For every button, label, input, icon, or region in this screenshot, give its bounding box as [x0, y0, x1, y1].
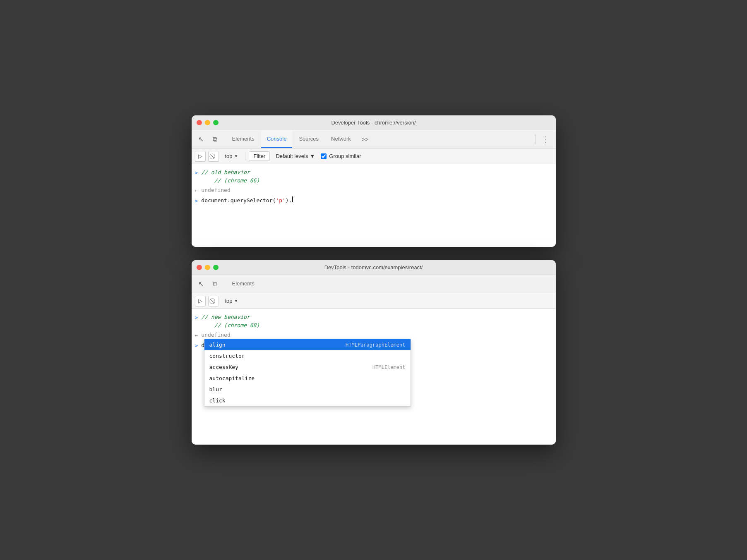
layers-icon: ⧉ — [213, 136, 217, 143]
autocomplete-item-constructor[interactable]: constructor — [204, 350, 411, 361]
block-button-2[interactable]: ⃠ — [208, 296, 219, 306]
cursor-icon-btn[interactable]: ↖ — [195, 133, 207, 146]
console-line-active-1[interactable]: > document.querySelector('p'). — [192, 196, 556, 206]
minimize-button-2[interactable] — [205, 265, 210, 270]
code-comment-2: // new behavior // (chrome 68) — [201, 313, 259, 329]
window-title-2: DevTools - todomvc.com/examples/react/ — [324, 264, 423, 270]
devtools-window-1: Developer Tools - chrome://version/ ↖ ⧉ … — [192, 115, 556, 247]
context-arrow-1: ▼ — [234, 154, 238, 158]
tab-bar-1: ↖ ⧉ Elements Console Sources Network >> … — [192, 130, 556, 148]
line-arrow-active-2: > — [195, 342, 198, 350]
autocomplete-dropdown: align HTMLParagraphElement constructor a… — [204, 339, 411, 407]
autocomplete-label-align: align — [209, 342, 226, 348]
console-area-2: > // new behavior // (chrome 68) ← undef… — [192, 309, 556, 445]
cursor-icon-btn-2[interactable]: ↖ — [195, 278, 207, 290]
maximize-button-2[interactable] — [213, 265, 219, 270]
code-comment-1: // old behavior // (chrome 66) — [201, 168, 259, 184]
tab-elements-2[interactable]: Elements — [226, 275, 260, 293]
line-arrow-2: > — [195, 314, 198, 322]
return-value-1: undefined — [201, 186, 230, 194]
autocomplete-label-autocapitalize: autocapitalize — [209, 375, 255, 381]
tab-network-1[interactable]: Network — [325, 130, 357, 148]
tab-bar-icons-1: ↖ ⧉ — [195, 133, 221, 146]
cursor-1 — [292, 196, 293, 202]
autocomplete-type-accesskey: HTMLElement — [372, 364, 405, 370]
cursor-icon-2: ↖ — [198, 280, 204, 288]
autocomplete-type-align: HTMLParagraphElement — [346, 342, 406, 348]
maximize-button-1[interactable] — [213, 120, 219, 125]
layers-icon-2: ⧉ — [213, 280, 217, 288]
execute-button-2[interactable]: ▷ — [195, 296, 206, 306]
context-label-2: top — [225, 298, 233, 304]
tab-more-1[interactable]: >> — [358, 134, 372, 144]
group-similar-label-1[interactable]: Group similar — [321, 153, 361, 159]
devtools-window-2: DevTools - todomvc.com/examples/react/ ↖… — [192, 260, 556, 445]
context-arrow-2: ▼ — [234, 299, 238, 303]
console-line-return-1: ← undefined — [192, 185, 556, 196]
autocomplete-item-blur[interactable]: blur — [204, 384, 411, 395]
autocomplete-item-accesskey[interactable]: accessKey HTMLElement — [204, 361, 411, 373]
context-selector-1[interactable]: top ▼ — [221, 151, 242, 161]
line-arrow-1: > — [195, 169, 198, 177]
console-output-1: > // old behavior // (chrome 66) ← undef… — [192, 164, 556, 247]
window-controls-1 — [197, 120, 219, 125]
context-label-1: top — [225, 153, 233, 159]
window-title-1: Developer Tools - chrome://version/ — [331, 120, 416, 126]
line-arrow-return-2: ← — [195, 331, 198, 340]
autocomplete-item-click[interactable]: click — [204, 395, 411, 406]
tab-sources-1[interactable]: Sources — [293, 130, 324, 148]
console-line-input-1: > // old behavior // (chrome 66) — [192, 168, 556, 185]
title-bar-1: Developer Tools - chrome://version/ — [192, 115, 556, 130]
more-vert-icon-1: ⋮ — [542, 135, 550, 144]
return-value-2: undefined — [201, 331, 230, 339]
execute-icon-2: ▷ — [198, 298, 202, 304]
minimize-button-1[interactable] — [205, 120, 210, 125]
default-levels-1[interactable]: Default levels ▼ — [272, 152, 318, 160]
group-similar-checkbox-1[interactable] — [321, 153, 327, 159]
autocomplete-item-autocapitalize[interactable]: autocapitalize — [204, 373, 411, 384]
context-selector-2[interactable]: top ▼ — [221, 296, 242, 306]
menu-button-1[interactable]: ⋮ — [540, 133, 552, 146]
close-button-1[interactable] — [197, 120, 202, 125]
autocomplete-label-blur: blur — [209, 386, 222, 392]
layers-icon-btn-2[interactable]: ⧉ — [209, 278, 221, 290]
line-arrow-active-1: > — [195, 197, 198, 205]
tab-separator-1 — [536, 134, 536, 144]
title-bar-2: DevTools - todomvc.com/examples/react/ — [192, 260, 556, 275]
execute-icon-1: ▷ — [198, 153, 202, 159]
line-arrow-return-1: ← — [195, 187, 198, 195]
toolbar-sep-1 — [245, 152, 245, 160]
filter-button-1[interactable]: Filter — [249, 151, 270, 161]
console-toolbar-1: ▷ ⃠ top ▼ Filter Default levels ▼ Group … — [192, 148, 556, 164]
code-text-1: document.querySelector('p'). — [201, 196, 292, 205]
tab-elements-1[interactable]: Elements — [226, 130, 260, 148]
execute-button-1[interactable]: ▷ — [195, 151, 206, 162]
tab-bar-icons-2: ↖ ⧉ — [195, 278, 221, 290]
block-button-1[interactable]: ⃠ — [208, 151, 219, 162]
cursor-icon: ↖ — [198, 135, 204, 143]
layers-icon-btn[interactable]: ⧉ — [209, 133, 221, 146]
autocomplete-item-align[interactable]: align HTMLParagraphElement — [204, 339, 411, 350]
tab-bar-2: ↖ ⧉ Elements — [192, 275, 556, 293]
window-controls-2 — [197, 265, 219, 270]
close-button-2[interactable] — [197, 265, 202, 270]
autocomplete-label-accesskey: accessKey — [209, 364, 238, 370]
console-line-input-2: > // new behavior // (chrome 68) — [192, 312, 556, 330]
levels-arrow-1: ▼ — [310, 153, 315, 159]
autocomplete-label-click: click — [209, 397, 226, 404]
tab-console-1[interactable]: Console — [261, 130, 293, 148]
console-toolbar-2: ▷ ⃠ top ▼ — [192, 293, 556, 309]
autocomplete-label-constructor: constructor — [209, 353, 245, 359]
